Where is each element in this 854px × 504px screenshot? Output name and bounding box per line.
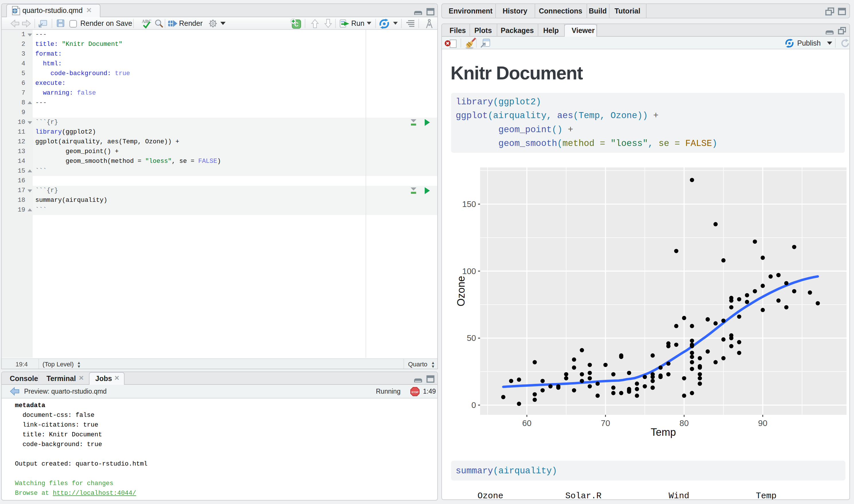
svg-text:70: 70 [601, 418, 610, 428]
svg-text:60: 60 [522, 418, 531, 428]
svg-text:100: 100 [462, 267, 476, 276]
svg-text:150: 150 [462, 200, 476, 209]
svg-text:Temp: Temp [651, 426, 676, 438]
svg-text:STOP: STOP [412, 391, 419, 394]
svg-text:Ozone: Ozone [455, 276, 467, 306]
svg-text:80: 80 [680, 418, 689, 428]
svg-text:50: 50 [467, 334, 476, 343]
svg-text:ABC: ABC [142, 19, 152, 24]
svg-text:90: 90 [758, 418, 767, 428]
svg-text:0: 0 [471, 400, 476, 410]
